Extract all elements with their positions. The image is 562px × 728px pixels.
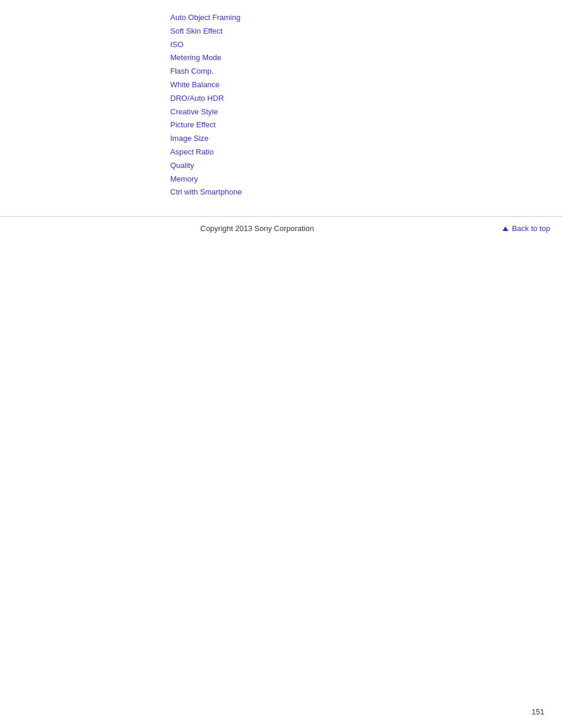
nav-link[interactable]: Quality: [170, 161, 194, 170]
nav-link[interactable]: Metering Mode: [170, 53, 222, 62]
nav-link[interactable]: Aspect Ratio: [170, 147, 214, 156]
list-item: ISO: [170, 39, 562, 51]
list-item: Quality: [170, 160, 562, 172]
triangle-icon: [503, 226, 508, 231]
copyright-text: Copyright 2013 Sony Corporation: [12, 224, 503, 233]
nav-link[interactable]: Ctrl with Smartphone: [170, 187, 242, 196]
page-number: 151: [531, 707, 544, 716]
nav-link[interactable]: Memory: [170, 174, 198, 183]
nav-link[interactable]: Picture Effect: [170, 120, 216, 129]
nav-link[interactable]: Image Size: [170, 134, 209, 143]
list-item: White Balance: [170, 79, 562, 91]
back-to-top-label: Back to top: [512, 224, 550, 233]
list-item: Soft Skin Effect: [170, 25, 562, 38]
list-item: Auto Object Framing: [170, 12, 562, 24]
link-list: Auto Object FramingSoft Skin EffectISOMe…: [170, 12, 562, 199]
nav-link[interactable]: Creative Style: [170, 107, 218, 116]
list-item: Ctrl with Smartphone: [170, 186, 562, 199]
nav-link[interactable]: ISO: [170, 40, 183, 49]
nav-link[interactable]: Auto Object Framing: [170, 13, 240, 22]
list-item: Aspect Ratio: [170, 146, 562, 159]
list-item: Creative Style: [170, 106, 562, 118]
list-item: DRO/Auto HDR: [170, 93, 562, 105]
list-item: Metering Mode: [170, 52, 562, 64]
footer-divider: [0, 216, 562, 217]
list-item: Picture Effect: [170, 119, 562, 131]
back-to-top-link[interactable]: Back to top: [503, 224, 550, 233]
list-item: Memory: [170, 173, 562, 186]
nav-link[interactable]: Flash Comp.: [170, 67, 214, 75]
main-content: Auto Object FramingSoft Skin EffectISOMe…: [0, 0, 562, 199]
nav-link[interactable]: White Balance: [170, 80, 220, 89]
list-item: Image Size: [170, 133, 562, 145]
nav-link[interactable]: DRO/Auto HDR: [170, 94, 224, 103]
list-item: Flash Comp.: [170, 65, 562, 78]
footer-area: Copyright 2013 Sony Corporation Back to …: [0, 222, 562, 235]
nav-link[interactable]: Soft Skin Effect: [170, 27, 223, 35]
